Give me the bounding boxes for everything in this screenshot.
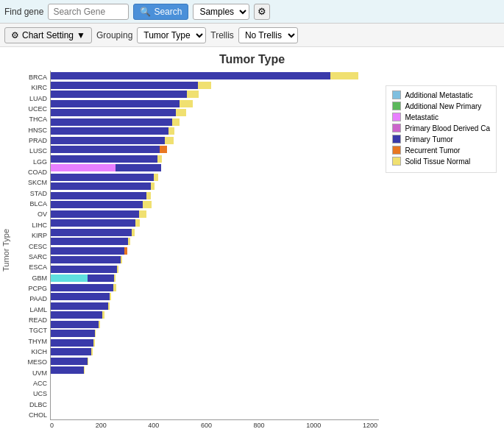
bar-segment (51, 82, 198, 89)
bar-row (51, 72, 379, 80)
trellis-select[interactable]: No Trellis (238, 27, 298, 43)
legend-color-box (392, 113, 401, 121)
grouping-select[interactable]: Tumor Type (137, 27, 206, 43)
legend-label: Additional New Primary (405, 102, 481, 110)
bar-segment (154, 174, 158, 181)
bar-segment (51, 155, 157, 163)
y-label: THYM (12, 336, 50, 347)
bar-segment (114, 274, 116, 282)
samples-select[interactable]: Samples (193, 4, 249, 20)
y-label: UVM (12, 368, 50, 378)
bar-segment (91, 348, 93, 355)
legend-item: Recurrent Tumor (392, 146, 490, 155)
bar-row (51, 320, 379, 328)
legend-label: Solid Tissue Normal (405, 157, 470, 166)
bar-segment (51, 146, 160, 153)
bar-segment (139, 210, 146, 218)
bar-segment (51, 127, 168, 135)
y-label: CESC (12, 241, 50, 252)
y-label: ACC (12, 378, 50, 389)
bar-row (51, 274, 379, 283)
bar-row (51, 302, 379, 310)
x-axis-label: 400 (148, 422, 159, 429)
y-label: MESO (12, 357, 50, 367)
y-label: LUAD (12, 93, 50, 104)
bar-segment (187, 91, 199, 98)
bar-segment (51, 210, 139, 218)
bar-segment (51, 247, 124, 255)
bar-segment (172, 118, 180, 126)
grouping-label: Grouping (96, 30, 132, 40)
gear-button[interactable]: ⚙ (254, 4, 270, 20)
bar-segment (51, 256, 121, 263)
bar-segment (51, 201, 143, 208)
legend-label: Metastatic (405, 113, 439, 121)
bar-segment (330, 72, 358, 79)
y-label: SARC (12, 252, 50, 262)
x-axis-label: 800 (254, 422, 265, 429)
bar-row (51, 146, 379, 154)
bar-segment (51, 109, 176, 116)
bar-segment (51, 284, 113, 291)
bar-row (51, 256, 379, 264)
bars-container (50, 71, 379, 420)
bar-segment (176, 109, 186, 116)
legend-color-box (392, 146, 401, 155)
legend-label: Additional Metastatic (405, 91, 472, 99)
bar-segment (121, 256, 122, 263)
search-button[interactable]: 🔍 Search (133, 4, 188, 20)
gear-icon: ⚙ (258, 6, 266, 17)
bar-segment (51, 137, 165, 144)
y-label: UCS (12, 389, 50, 399)
bar-row (51, 109, 379, 117)
bar-segment (51, 219, 135, 227)
bar-row (51, 164, 379, 172)
y-label: BRCA (12, 72, 50, 82)
bar-segment (51, 192, 146, 199)
chart-setting-button[interactable]: ⚙ Chart Setting ▼ (4, 27, 92, 43)
bar-segment (108, 302, 110, 310)
bar-segment (95, 330, 96, 337)
y-label: PRAD (12, 135, 50, 146)
bar-segment (143, 201, 152, 208)
y-label: COAD (12, 167, 50, 177)
bar-segment (51, 302, 108, 310)
bar-segment (165, 137, 174, 144)
bar-segment (51, 358, 88, 365)
bar-segment (160, 146, 167, 153)
y-label: DLBC (12, 400, 50, 410)
x-axis: 020040060080010001200 (12, 422, 379, 429)
x-axis-label: 1000 (306, 422, 321, 429)
bar-segment (102, 311, 104, 319)
y-axis-label: Tumor Type (0, 71, 12, 429)
y-label: PCPG (12, 283, 50, 294)
bar-row (51, 201, 379, 209)
legend-item: Additional New Primary (392, 102, 490, 110)
bar-segment (51, 100, 180, 107)
bar-segment (168, 127, 174, 135)
y-label: UCEC (12, 104, 50, 114)
bar-segment (51, 72, 330, 79)
bar-segment (51, 238, 128, 245)
trellis-label: Trellis (210, 30, 234, 40)
y-label: BLCA (12, 199, 50, 209)
search-input[interactable] (48, 4, 129, 20)
bar-segment (84, 366, 85, 374)
bar-row (51, 238, 379, 246)
chart-legend: Additional MetastaticAdditional New Prim… (386, 85, 497, 173)
bar-segment (88, 274, 114, 282)
bar-segment (51, 321, 99, 328)
legend-color-box (392, 124, 401, 132)
legend-label: Primary Tumor (405, 135, 453, 143)
y-label: LUSC (12, 146, 50, 156)
bar-row (51, 127, 379, 135)
y-label: KIRP (12, 230, 50, 241)
y-label: OV (12, 209, 50, 219)
bar-segment (51, 366, 84, 374)
y-label: KICH (12, 347, 50, 357)
bar-row (51, 366, 379, 375)
x-axis-label: 0 (50, 422, 54, 429)
y-label: SKCM (12, 177, 50, 188)
legend-item: Metastatic (392, 113, 490, 121)
bar-segment (51, 229, 132, 236)
